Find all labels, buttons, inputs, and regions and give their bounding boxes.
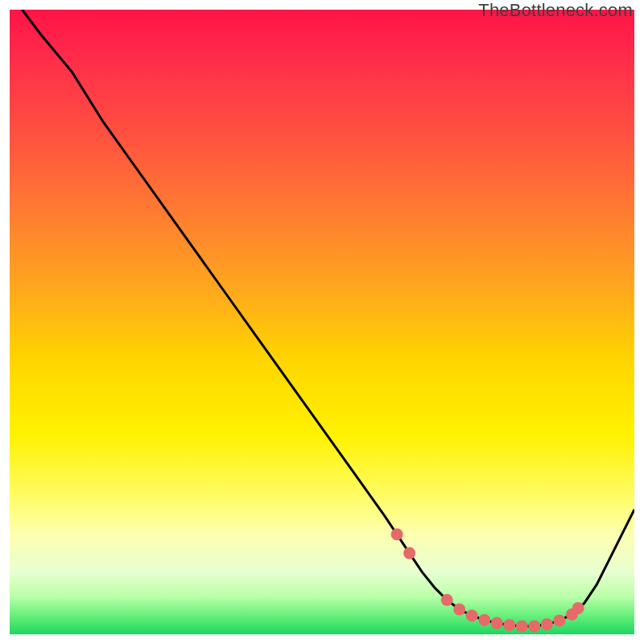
watermark-label: TheBottleneck.com [478,0,633,21]
marker-dot [466,609,478,621]
marker-dot [491,617,503,630]
curve-layer [10,10,634,634]
marker-dot [553,614,565,626]
marker-dot [441,594,453,606]
marker-dot [453,604,465,616]
marker-dot [403,547,415,559]
marker-dot [541,618,553,630]
marker-dot [478,614,490,626]
bottleneck-curve [23,10,635,626]
bottleneck-chart: TheBottleneck.com [0,0,644,644]
marker-dot [391,528,403,540]
marker-dot [528,620,540,632]
marker-dot [572,602,584,614]
marker-dot [516,620,528,632]
plot-area [10,10,634,634]
marker-dot [503,619,515,631]
marker-dots [391,528,584,632]
